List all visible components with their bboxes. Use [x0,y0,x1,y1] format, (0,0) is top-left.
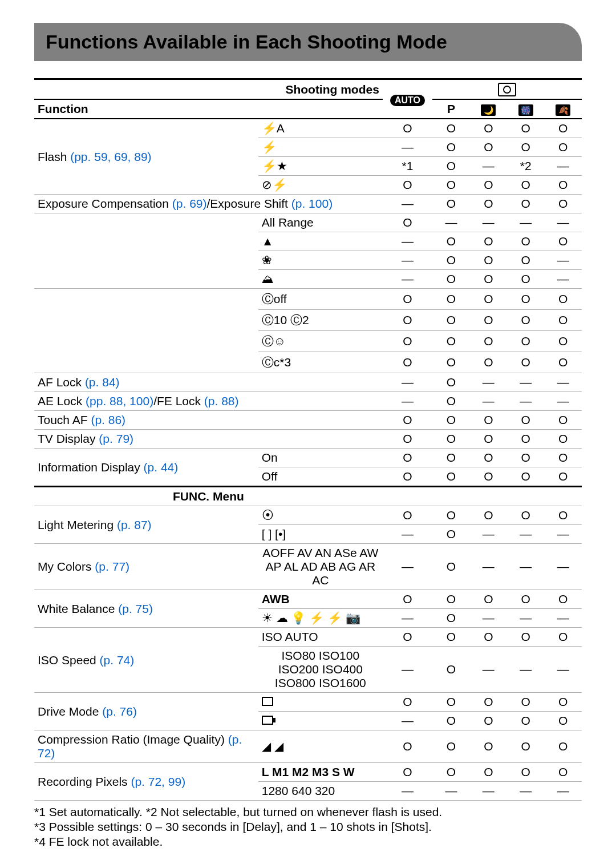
function-availability-table: Shooting modesAUTOFunctionP🌙🎆🍂Flash (pp.… [34,78,582,801]
availability-cell [507,373,544,392]
availability-cell [432,157,469,176]
availability-cell [545,647,582,693]
iso-values-icons: ISO80 ISO100 ISO200 ISO400 ISO800 ISO160… [262,649,379,690]
availability-cell [545,392,582,411]
availability-cell [470,763,507,782]
function-name [34,213,258,289]
availability-cell [507,506,544,525]
availability-cell [545,467,582,487]
function-name: Compression Ratio (Image Quality) (p. 72… [34,730,258,763]
spacer [432,487,469,506]
availability-cell [383,119,432,138]
function-name: Drive Mode (p. 76) [34,693,258,730]
availability-cell: *2 [507,157,544,176]
availability-cell [545,213,582,232]
availability-cell [383,138,432,157]
availability-cell [507,467,544,487]
function-option: ⚡ [258,138,383,157]
availability-cell [545,195,582,213]
availability-cell [470,352,507,373]
iso-auto-icon: ISO AUTO [262,630,318,644]
function-name: Light Metering (p. 87) [34,506,258,544]
compression-icons: ◢ ◢ [262,740,283,753]
availability-cell [470,119,507,138]
availability-cell [507,213,544,232]
function-option: 1280 640 320 [258,782,383,801]
function-option: L M1 M2 M3 S W [258,763,383,782]
availability-cell [470,544,507,590]
night-portrait-icon: 🌙 [481,104,496,116]
availability-cell [470,213,507,232]
availability-cell [383,352,432,373]
function-option: Ⓒc*3 [258,352,383,373]
availability-cell [507,647,544,693]
availability-cell [383,270,432,289]
function-name: Exposure Compensation (p. 69)/Exposure S… [34,195,383,213]
availability-cell [507,232,544,251]
function-option: Off [258,467,383,487]
availability-cell [507,628,544,647]
availability-cell [545,609,582,628]
availability-cell [470,373,507,392]
function-name: White Balance (p. 75) [34,590,258,628]
spacer [545,487,582,506]
availability-cell [432,176,469,195]
availability-cell [432,449,469,467]
availability-cell [383,251,432,270]
availability-cell [545,331,582,352]
mode-p-header: P [432,99,469,119]
availability-cell [545,590,582,609]
function-name: AE Lock (pp. 88, 100)/FE Lock (p. 88) [34,392,383,411]
availability-cell [470,176,507,195]
function-option: ☀ ☁ 💡 ⚡ ⚡ 📷 [258,609,383,628]
table-row: Exposure Compensation (p. 69)/Exposure S… [34,195,582,213]
footnote: *3 Possible settings: 0 – 30 seconds in … [34,820,582,834]
function-option: ⛰ [258,270,383,289]
mode-b-header: 🌙 [470,99,507,119]
availability-cell [545,693,582,712]
availability-cell [470,411,507,430]
availability-cell [383,232,432,251]
flash-on-icon: ⚡ [262,140,277,154]
availability-cell [545,449,582,467]
self-timer-off-icon: Ⓒoff [262,291,287,307]
availability-cell [507,544,544,590]
availability-cell [432,352,469,373]
availability-cell [507,331,544,352]
my-colors-all-icons: AOFF AV AN ASe AW AP AL AD AB AG AR AC [262,546,379,587]
availability-cell [545,352,582,373]
availability-cell [383,590,432,609]
function-option-text: All Range [262,216,314,229]
availability-cell [507,119,544,138]
availability-cell [545,730,582,763]
availability-cell [383,430,432,449]
availability-cell [383,213,432,232]
function-option: ◢ ◢ [258,730,383,763]
function-option: [ ] [•] [258,525,383,544]
availability-cell [507,782,544,801]
availability-cell [470,392,507,411]
self-timer-face-icon: Ⓒ☺ [262,333,286,349]
availability-cell [545,138,582,157]
availability-cell [383,609,432,628]
availability-cell [383,310,432,331]
function-option: ❀ [258,251,383,270]
availability-cell [507,251,544,270]
availability-cell [432,270,469,289]
table-row: Ⓒoff [34,289,582,310]
function-name: My Colors (p. 77) [34,544,258,590]
availability-cell [545,289,582,310]
self-timer-custom-icon: Ⓒc [262,354,280,370]
availability-cell [470,232,507,251]
availability-cell [545,270,582,289]
availability-cell [432,647,469,693]
availability-cell [545,628,582,647]
availability-cell [470,157,507,176]
availability-cell: *1 [383,157,432,176]
availability-cell [432,310,469,331]
availability-cell [470,138,507,157]
availability-cell [383,782,432,801]
availability-cell [545,251,582,270]
availability-cell [432,712,469,730]
availability-cell [545,310,582,331]
